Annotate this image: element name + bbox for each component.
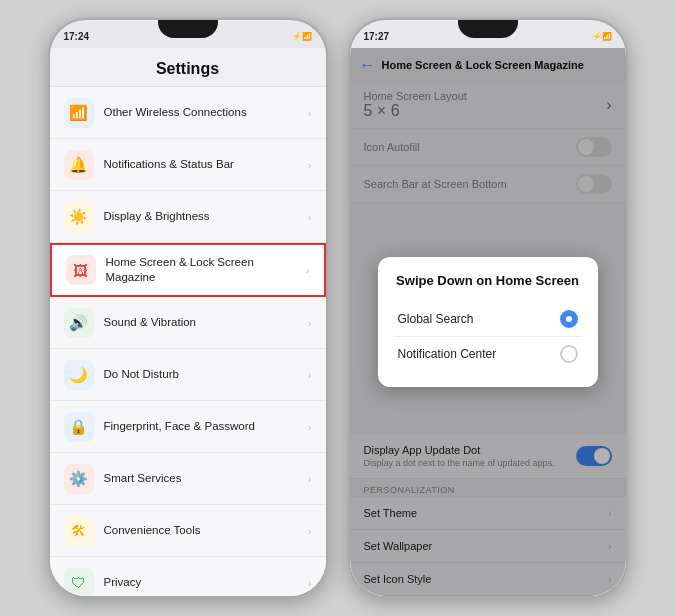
chevron-notifications: › xyxy=(308,159,312,171)
label-fingerprint: Fingerprint, Face & Password xyxy=(104,419,308,434)
swipe-modal[interactable]: Swipe Down on Home Screen Global Search … xyxy=(378,257,598,387)
label-privacy: Privacy xyxy=(104,575,308,590)
label-convenience: Convenience Tools xyxy=(104,523,308,538)
left-screen: Settings 📶 Other Wireless Connections › … xyxy=(50,48,326,596)
left-phone: 17:24 ⚡📶 Settings 📶 Other Wireless Conne… xyxy=(48,18,328,598)
settings-item-convenience[interactable]: 🛠 Convenience Tools › xyxy=(50,505,326,557)
chevron-homescreen: › xyxy=(306,264,310,276)
icon-fingerprint: 🔒 xyxy=(64,412,94,442)
label-notifications: Notifications & Status Bar xyxy=(104,157,308,172)
label-display: Display & Brightness xyxy=(104,209,308,224)
chevron-privacy: › xyxy=(308,577,312,589)
settings-item-wifi[interactable]: 📶 Other Wireless Connections › xyxy=(50,87,326,139)
modal-label-notification: Notification Center xyxy=(398,347,497,361)
left-time: 17:24 xyxy=(64,31,90,42)
chevron-display: › xyxy=(308,211,312,223)
right-screen: ← Home Screen & Lock Screen Magazine Hom… xyxy=(350,48,626,596)
chevron-convenience: › xyxy=(308,525,312,537)
right-phone: 17:27 ⚡📶 ← Home Screen & Lock Screen Mag… xyxy=(348,18,628,598)
left-notch xyxy=(158,20,218,38)
radio-global[interactable] xyxy=(560,310,578,328)
radio-notification[interactable] xyxy=(560,345,578,363)
modal-title: Swipe Down on Home Screen xyxy=(394,273,582,288)
modal-option-global[interactable]: Global Search xyxy=(394,302,582,337)
icon-display: ☀️ xyxy=(64,202,94,232)
modal-label-global: Global Search xyxy=(398,312,474,326)
chevron-dnd: › xyxy=(308,369,312,381)
left-status-icons: ⚡📶 xyxy=(292,32,312,41)
icon-privacy: 🛡 xyxy=(64,568,94,597)
label-homescreen: Home Screen & Lock Screen Magazine xyxy=(106,255,306,285)
icon-notifications: 🔔 xyxy=(64,150,94,180)
right-time: 17:27 xyxy=(364,31,390,42)
label-dnd: Do Not Disturb xyxy=(104,367,308,382)
right-notch xyxy=(458,20,518,38)
label-wifi: Other Wireless Connections xyxy=(104,105,308,120)
icon-homescreen: 🖼 xyxy=(66,255,96,285)
settings-item-notifications[interactable]: 🔔 Notifications & Status Bar › xyxy=(50,139,326,191)
chevron-smart: › xyxy=(308,473,312,485)
icon-convenience: 🛠 xyxy=(64,516,94,546)
settings-list: 📶 Other Wireless Connections › 🔔 Notific… xyxy=(50,87,326,596)
chevron-sound: › xyxy=(308,317,312,329)
settings-item-dnd[interactable]: 🌙 Do Not Disturb › xyxy=(50,349,326,401)
modal-option-notification[interactable]: Notification Center xyxy=(394,337,582,371)
icon-smart: ⚙️ xyxy=(64,464,94,494)
icon-sound: 🔊 xyxy=(64,308,94,338)
settings-item-homescreen[interactable]: 🖼 Home Screen & Lock Screen Magazine › xyxy=(50,243,326,297)
settings-item-sound[interactable]: 🔊 Sound & Vibration › xyxy=(50,297,326,349)
settings-item-display[interactable]: ☀️ Display & Brightness › xyxy=(50,191,326,243)
label-smart: Smart Services xyxy=(104,471,308,486)
chevron-wifi: › xyxy=(308,107,312,119)
settings-item-fingerprint[interactable]: 🔒 Fingerprint, Face & Password › xyxy=(50,401,326,453)
settings-item-privacy[interactable]: 🛡 Privacy › xyxy=(50,557,326,596)
modal-overlay[interactable]: Swipe Down on Home Screen Global Search … xyxy=(350,48,626,596)
settings-item-smart[interactable]: ⚙️ Smart Services › xyxy=(50,453,326,505)
label-sound: Sound & Vibration xyxy=(104,315,308,330)
icon-wifi: 📶 xyxy=(64,98,94,128)
icon-dnd: 🌙 xyxy=(64,360,94,390)
chevron-fingerprint: › xyxy=(308,421,312,433)
settings-title: Settings xyxy=(50,48,326,87)
right-status-icons: ⚡📶 xyxy=(592,32,612,41)
